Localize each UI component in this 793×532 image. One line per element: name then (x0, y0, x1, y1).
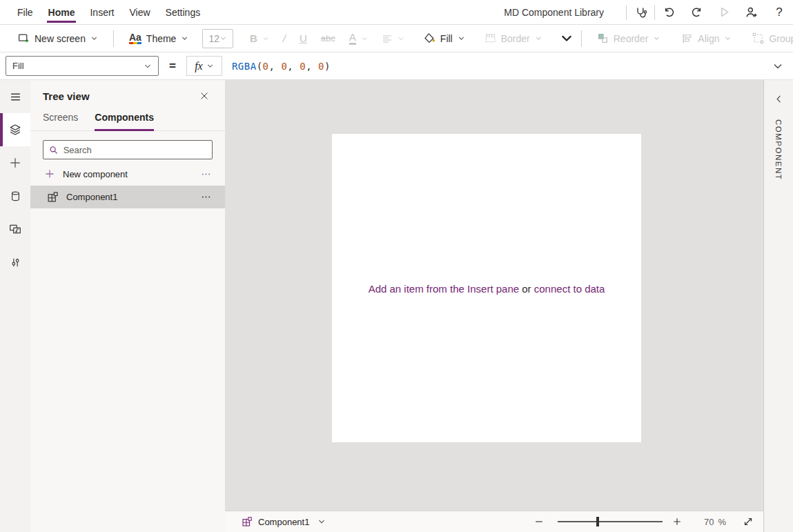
underline-button[interactable]: U (293, 28, 314, 50)
rail-advanced-tools-button[interactable] (0, 246, 30, 279)
formula-comma: , (306, 61, 318, 72)
expand-icon (743, 516, 754, 527)
plus-icon (9, 157, 21, 169)
border-label: Border (501, 33, 530, 44)
redo-button[interactable] (683, 1, 710, 23)
toolbar: New screen Aa Theme 12 B / U abc A Fill (0, 25, 793, 52)
left-rail (0, 80, 30, 532)
bottom-bar: Component1 70 % (225, 511, 763, 532)
formula-number: 0 (281, 61, 287, 72)
component-selector[interactable]: Component1 (242, 516, 326, 527)
toolbar-overflow-button[interactable] (560, 32, 573, 45)
formula-input[interactable]: RGBA(0, 0, 0, 0) (232, 61, 331, 72)
app-title: MD Component Library (504, 7, 604, 18)
search-input[interactable] (63, 145, 206, 155)
bold-icon: B (250, 32, 257, 44)
ellipsis-icon (201, 169, 211, 179)
align-objects-icon (681, 32, 693, 44)
zoom-value: 70 (704, 517, 714, 527)
menu-settings[interactable]: Settings (158, 0, 208, 24)
paint-bucket-icon (424, 32, 435, 44)
align-objects-button[interactable]: Align (674, 28, 738, 50)
layers-icon (9, 124, 21, 136)
menu-home[interactable]: Home (41, 0, 83, 24)
menu-view[interactable]: View (121, 0, 157, 24)
tab-components[interactable]: Components (95, 112, 154, 131)
chevron-down-icon (772, 61, 783, 72)
strikethrough-button[interactable]: abc (314, 28, 342, 50)
media-icon (9, 223, 21, 235)
rail-insert-button[interactable] (0, 146, 30, 179)
rail-hamburger-button[interactable] (0, 80, 30, 113)
undo-icon (663, 6, 675, 18)
fit-to-window-button[interactable] (743, 516, 754, 527)
fill-label: Fill (440, 33, 453, 44)
connect-data-link[interactable]: connect to data (534, 282, 605, 294)
redo-icon (691, 6, 703, 18)
formula-function: RGBA (232, 61, 257, 72)
menu-insert[interactable]: Insert (82, 0, 121, 24)
fill-button[interactable]: Fill (417, 28, 472, 50)
rail-data-button[interactable] (0, 179, 30, 213)
tab-screens[interactable]: Screens (43, 112, 78, 130)
chevron-down-icon (206, 62, 214, 70)
sliders-icon (10, 257, 21, 268)
preview-button[interactable] (710, 1, 738, 23)
tree-item-component1[interactable]: Component1 (30, 186, 225, 208)
close-panel-button[interactable] (195, 86, 214, 106)
tree-view-title: Tree view (43, 90, 90, 102)
help-button[interactable]: ? (765, 1, 793, 23)
formula-paren: ) (324, 61, 331, 72)
chevron-down-icon (724, 35, 732, 42)
theme-label: Theme (146, 33, 177, 44)
property-dropdown[interactable]: Fill (6, 56, 159, 76)
formula-number: 0 (318, 61, 324, 72)
italic-button[interactable]: / (276, 28, 293, 50)
text-align-button[interactable] (375, 28, 411, 50)
font-color-icon: A (349, 32, 356, 46)
menu-file[interactable]: File (10, 0, 41, 24)
zoom-slider-thumb[interactable] (596, 517, 599, 526)
zoom-slider[interactable] (558, 517, 663, 526)
rail-tree-view-button[interactable] (0, 113, 30, 146)
border-button[interactable]: Border (478, 28, 549, 50)
reorder-button[interactable]: Reorder (590, 28, 668, 50)
zoom-percentage: 70 % (704, 517, 726, 527)
chevron-left-icon (774, 94, 784, 104)
zoom-out-button[interactable] (534, 517, 548, 526)
component-artboard[interactable]: Add an item from the Insert pane or conn… (332, 134, 641, 442)
rail-media-button[interactable] (0, 213, 30, 246)
insert-pane-link[interactable]: Add an item from the Insert pane (369, 282, 519, 294)
canvas-column: Add an item from the Insert pane or conn… (225, 80, 763, 532)
font-size-combo[interactable]: 12 (202, 29, 233, 48)
property-value: Fill (12, 61, 24, 71)
component-properties-strip[interactable]: COMPONENT (763, 80, 793, 532)
theme-button[interactable]: Aa Theme (122, 28, 195, 50)
share-button[interactable] (738, 1, 765, 23)
font-color-button[interactable]: A (342, 28, 375, 50)
play-icon (718, 6, 730, 18)
chevron-down-icon (90, 35, 98, 42)
new-component-button[interactable]: New component (30, 164, 225, 184)
border-icon (484, 32, 496, 44)
new-component-label: New component (63, 169, 128, 179)
zoom-in-button[interactable] (672, 517, 686, 526)
new-screen-button[interactable]: New screen (11, 28, 105, 50)
chevron-down-icon (361, 35, 368, 42)
strikethrough-icon: abc (321, 33, 335, 43)
formula-paren: ( (257, 61, 263, 72)
formula-bar-expand-button[interactable] (772, 61, 783, 72)
empty-canvas-hint: Add an item from the Insert pane or conn… (332, 282, 641, 294)
app-checker-button[interactable] (627, 1, 654, 23)
current-component-label: Component1 (258, 517, 309, 527)
group-button[interactable]: Group (745, 28, 793, 50)
bold-button[interactable]: B (243, 28, 276, 50)
chevron-down-icon (458, 35, 465, 42)
expand-panel-button[interactable] (774, 94, 784, 104)
fx-dropdown[interactable]: fx (186, 56, 222, 76)
more-options-button[interactable] (201, 192, 211, 202)
person-add-icon (745, 6, 758, 19)
more-options-button[interactable] (201, 169, 211, 179)
undo-button[interactable] (655, 1, 683, 23)
main-area: Tree view Screens Components New compone… (0, 80, 793, 532)
